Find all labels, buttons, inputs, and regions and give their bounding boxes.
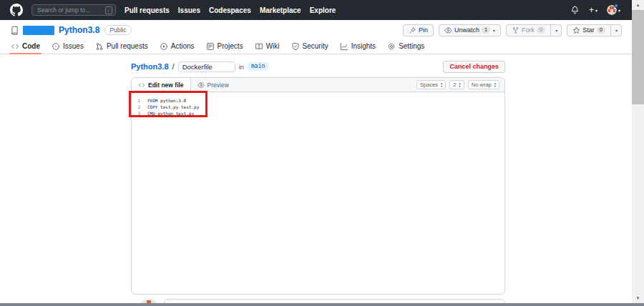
wrap-mode-value: No wrap (472, 82, 492, 88)
graph-icon (340, 42, 348, 51)
caret-down-icon: ▾ (555, 28, 557, 33)
repo-header: Python3.8 Public Pin Unwatch 1 ▾ Fork 0 (0, 21, 632, 39)
fork-label: Fork (522, 26, 535, 34)
caret-down-icon: ▾ (615, 28, 618, 33)
fork-button-group: Fork 0 ▾ (506, 24, 562, 36)
filename-input[interactable] (178, 61, 235, 72)
code-icon (11, 42, 19, 51)
select-arrows-icon: ▴▾ (459, 82, 461, 87)
breadcrumb-repo-link[interactable]: Python3.8 (131, 62, 169, 71)
cancel-changes-button[interactable]: Cancel changes (443, 61, 505, 73)
user-menu[interactable]: ▾ (607, 5, 620, 15)
notification-dot (614, 4, 618, 8)
create-new-button[interactable]: + ▾ (589, 6, 597, 14)
scrollbar-thumb[interactable] (632, 10, 644, 104)
search-input[interactable] (37, 6, 102, 14)
editor-header: Edit new file Preview Spaces ▴▾ 2 (132, 78, 504, 92)
breadcrumb: Python3.8 / in main Cancel changes (131, 60, 505, 73)
vertical-scrollbar[interactable]: ▲ ▼ (632, 0, 644, 303)
indent-size-value: 2 (453, 82, 456, 88)
indent-mode-value: Spaces (420, 82, 438, 88)
caret-down-icon: ▾ (618, 8, 620, 13)
visibility-badge: Public (104, 25, 131, 35)
star-dropdown-button[interactable]: ▾ (610, 24, 622, 36)
gear-icon (387, 42, 396, 51)
tab-label: Actions (171, 42, 195, 50)
tab-wiki[interactable]: Wiki (250, 39, 285, 54)
tab-label: Insights (351, 42, 376, 50)
code-icon (138, 82, 145, 89)
tab-label: Pull requests (107, 42, 148, 50)
tab-code[interactable]: Code (6, 39, 45, 54)
github-logo-icon[interactable] (10, 4, 23, 16)
star-button[interactable]: Star 0 (567, 24, 611, 36)
select-arrows-icon: ▴▾ (494, 82, 496, 87)
fork-icon (512, 26, 519, 34)
repo-action-buttons: Pin Unwatch 1 ▾ Fork 0 ▾ (403, 24, 622, 36)
pin-label: Pin (419, 26, 428, 34)
preview-tab-label: Preview (208, 82, 229, 89)
github-edit-file-page: / Pull requests Issues Codespaces Market… (0, 0, 644, 306)
star-icon (572, 26, 580, 34)
scroll-up-button[interactable]: ▲ (632, 0, 644, 10)
repo-tab-bar: Code Issues Pull requests Actions Projec… (0, 39, 632, 54)
annotation-box (129, 91, 208, 117)
tab-actions[interactable]: Actions (155, 39, 200, 54)
fork-dropdown-button[interactable]: ▾ (550, 24, 562, 36)
in-label: in (239, 63, 244, 71)
unwatch-label: Unwatch (454, 26, 479, 34)
star-button-group: Star 0 ▾ (567, 24, 622, 36)
tab-label: Code (22, 42, 40, 50)
nav-codespaces[interactable]: Codespaces (209, 6, 251, 14)
indent-mode-select[interactable]: Spaces ▴▾ (416, 80, 446, 89)
tab-pull-requests[interactable]: Pull requests (90, 39, 153, 54)
nav-issues[interactable]: Issues (178, 6, 200, 14)
caret-down-icon: ▾ (595, 8, 597, 13)
global-header: / Pull requests Issues Codespaces Market… (0, 0, 632, 20)
tab-security[interactable]: Security (286, 39, 333, 54)
tab-settings[interactable]: Settings (382, 39, 429, 54)
tab-label: Issues (63, 42, 84, 50)
nav-pull-requests[interactable]: Pull requests (125, 6, 170, 14)
tab-label: Wiki (266, 42, 280, 50)
edit-file-tab[interactable]: Edit new file (132, 78, 191, 92)
branch-badge: main (248, 62, 268, 71)
nav-explore[interactable]: Explore (310, 6, 336, 14)
unwatch-button[interactable]: Unwatch 1 ▾ (439, 24, 501, 36)
fork-count: 0 (537, 26, 545, 34)
tab-issues[interactable]: Issues (47, 39, 89, 54)
shield-icon (291, 42, 300, 51)
caret-down-icon: ▾ (493, 28, 495, 33)
avatar (607, 5, 617, 15)
star-count: 0 (597, 26, 605, 34)
repo-book-icon (10, 26, 19, 35)
redacted-username (23, 26, 54, 35)
indent-size-select[interactable]: 2 ▴▾ (449, 80, 464, 89)
watch-count: 1 (482, 26, 490, 34)
wrap-mode-select[interactable]: No wrap ▴▾ (468, 80, 499, 89)
fork-button[interactable]: Fork 0 (506, 24, 551, 36)
star-label: Star (582, 26, 595, 34)
play-circle-icon (160, 42, 168, 51)
project-board-icon (206, 42, 215, 51)
tab-label: Settings (399, 42, 424, 50)
edit-tab-label: Edit new file (148, 82, 184, 89)
tab-insights[interactable]: Insights (335, 39, 381, 54)
scroll-down-button[interactable]: ▼ (632, 293, 644, 303)
issue-icon (52, 42, 60, 51)
editor-settings: Spaces ▴▾ 2 ▴▾ No wrap ▴▾ (416, 78, 504, 92)
header-right-cluster: + ▾ ▾ (570, 5, 620, 15)
global-search: / (31, 4, 116, 16)
eye-icon (197, 82, 205, 89)
breadcrumb-separator: / (172, 62, 175, 71)
window-bottom-edge (0, 303, 644, 306)
preview-tab[interactable]: Preview (191, 78, 235, 92)
plus-icon: + (589, 6, 594, 14)
nav-marketplace[interactable]: Marketplace (260, 6, 301, 14)
wiki-book-icon (255, 42, 263, 51)
repo-name-link[interactable]: Python3.8 (59, 25, 99, 35)
pin-icon (409, 26, 416, 34)
pin-button[interactable]: Pin (403, 24, 434, 36)
tab-projects[interactable]: Projects (201, 39, 248, 54)
notifications-bell-icon[interactable] (570, 6, 580, 15)
